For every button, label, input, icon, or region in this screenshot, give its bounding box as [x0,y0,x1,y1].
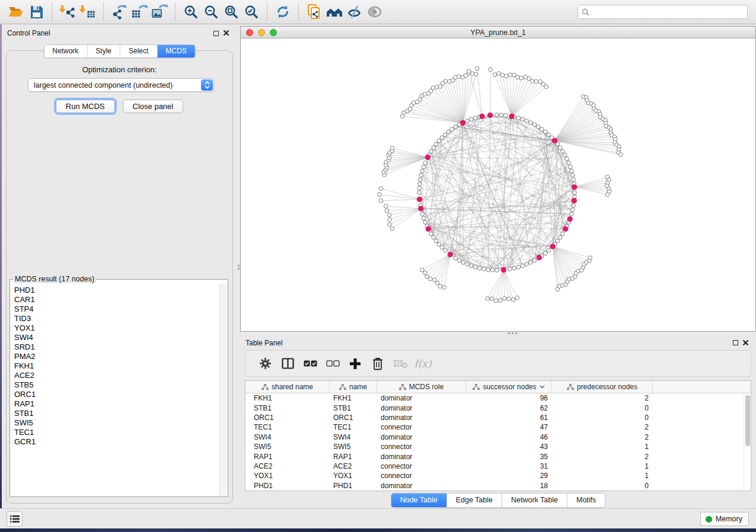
tab-network-table[interactable]: Network Table [502,493,567,507]
float-panel-icon[interactable] [213,31,219,36]
network-node[interactable] [521,264,525,268]
tab-style[interactable]: Style [87,45,120,57]
network-node[interactable] [503,114,508,118]
zoom-selected-icon[interactable] [241,3,261,21]
network-node[interactable] [417,186,422,190]
network-node[interactable] [419,178,423,182]
network-node[interactable] [423,220,428,225]
network-node[interactable] [543,130,547,134]
mcds-result-item[interactable]: STB5 [14,380,219,390]
network-node[interactable] [516,265,521,270]
network-node[interactable] [457,258,461,262]
export-table-icon[interactable] [129,3,149,21]
network-node[interactable] [425,275,429,279]
network-node[interactable] [530,79,534,84]
zoom-out-icon[interactable] [201,3,221,21]
network-node[interactable] [516,116,521,120]
network-node[interactable] [489,68,493,72]
tab-motifs[interactable]: Motifs [567,493,605,507]
network-node[interactable] [504,74,508,78]
mcds-result-item[interactable]: ORC1 [14,390,219,399]
network-node[interactable] [390,146,394,150]
network-node[interactable] [529,121,533,125]
network-node[interactable] [443,248,447,252]
deselect-all-icon[interactable] [321,355,344,372]
network-hub-node[interactable] [550,244,555,249]
table-row[interactable]: STB1STB1dominator620 [245,403,744,412]
network-node[interactable] [561,232,565,236]
network-node[interactable] [388,223,392,227]
network-node[interactable] [388,213,392,217]
network-hub-node[interactable] [419,206,423,211]
network-node[interactable] [532,258,537,262]
network-node[interactable] [499,299,503,303]
network-node[interactable] [429,149,433,153]
network-node[interactable] [515,296,519,300]
mcds-result-item[interactable]: PHD1 [14,286,219,295]
network-node[interactable] [417,191,422,195]
network-node[interactable] [473,265,477,270]
network-node[interactable] [570,169,574,173]
tab-network[interactable]: Network [44,45,87,57]
network-node[interactable] [570,208,575,212]
network-node[interactable] [559,236,563,240]
network-node[interactable] [534,79,538,84]
network-node[interactable] [420,268,424,272]
network-node[interactable] [422,216,426,220]
mcds-result-item[interactable]: ACE2 [14,371,219,380]
window-close-icon[interactable] [246,29,253,36]
mcds-result-item[interactable]: RAP1 [14,399,219,409]
scrollbar-thumb[interactable] [745,395,750,446]
network-node[interactable] [423,161,428,165]
network-node[interactable] [388,217,392,222]
network-node[interactable] [418,182,422,186]
network-hub-node[interactable] [488,113,493,117]
mcds-result-scrollbar[interactable] [219,284,227,496]
table-scrollbar[interactable] [744,393,751,491]
network-node[interactable] [605,193,610,197]
network-node[interactable] [497,72,501,76]
network-node[interactable] [486,297,490,301]
network-hub-node[interactable] [567,217,572,222]
network-node[interactable] [446,130,451,134]
network-node[interactable] [495,268,499,273]
run-mcds-button[interactable]: Run MCDS [56,100,115,113]
mcds-result-item[interactable]: CAR1 [14,295,219,305]
network-node[interactable] [408,107,412,111]
close-panel-button[interactable]: Close panel [123,100,184,113]
network-node[interactable] [508,73,512,77]
mcds-result-item[interactable]: YOX1 [14,323,219,333]
network-node[interactable] [438,284,442,289]
network-node[interactable] [440,136,444,140]
save-icon[interactable] [26,3,46,21]
network-node[interactable] [486,268,490,272]
mcds-result-item[interactable]: STB1 [14,409,219,418]
network-node[interactable] [379,187,383,191]
network-node[interactable] [434,239,438,243]
export-image-icon[interactable] [149,3,170,21]
network-node[interactable] [568,165,572,169]
network-node[interactable] [467,69,471,73]
network-node[interactable] [494,299,498,303]
network-node[interactable] [473,116,477,120]
window-minimize-icon[interactable] [258,29,265,36]
import-network-icon[interactable] [58,3,78,21]
network-node[interactable] [478,266,482,270]
mcds-result-item[interactable]: PMA2 [14,352,219,361]
network-node[interactable] [547,133,551,137]
column-header-successor-nodes[interactable]: successor nodes [466,381,552,393]
show-hide-annotations-icon[interactable] [365,3,385,21]
show-columns-icon[interactable] [276,355,299,372]
network-node[interactable] [422,165,426,169]
network-node[interactable] [482,267,486,271]
search-input[interactable] [592,8,744,16]
network-node[interactable] [450,127,454,132]
table-row[interactable]: YOX1YOX1connector291 [245,471,744,480]
duplicate-network-icon[interactable] [304,3,324,21]
mcds-result-item[interactable]: GCR1 [14,437,219,447]
mcds-result-item[interactable]: TEC1 [14,428,219,437]
add-column-icon[interactable] [344,355,366,372]
network-node[interactable] [512,266,516,270]
table-row[interactable]: ACE2ACE2connector311 [245,462,744,471]
network-hub-node[interactable] [417,197,422,201]
